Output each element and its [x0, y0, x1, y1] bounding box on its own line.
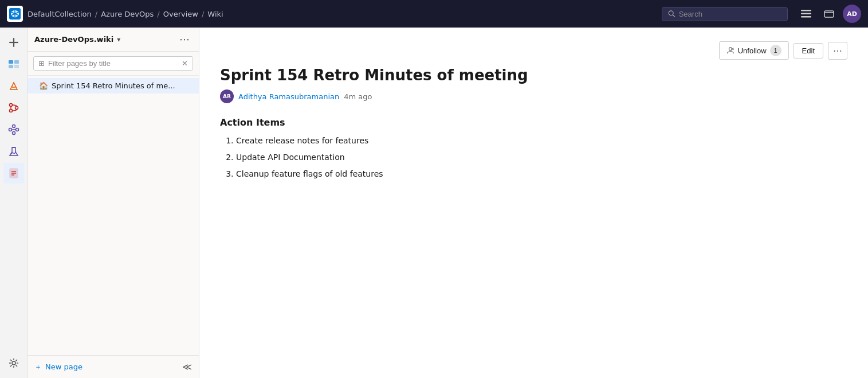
svg-line-2	[673, 15, 675, 17]
unfollow-label: Unfollow	[738, 46, 767, 55]
svg-rect-12	[14, 65, 19, 68]
search-box[interactable]	[662, 7, 788, 21]
svg-point-14	[9, 104, 12, 107]
svg-rect-10	[14, 60, 19, 64]
topbar-icons: AD	[797, 5, 861, 23]
add-page-icon: ＋	[34, 362, 42, 372]
wiki-title-chevron-icon[interactable]: ▾	[117, 36, 120, 44]
svg-point-15	[9, 110, 12, 112]
page-time: 4m ago	[344, 92, 372, 101]
wiki-tree-item[interactable]: 🏠 Sprint 154 Retro Minutes of me...	[28, 78, 199, 93]
svg-point-19	[12, 125, 15, 128]
breadcrumb-defaultcollection[interactable]: DefaultCollection	[28, 10, 92, 18]
wiki-more-icon[interactable]: ⋯	[177, 33, 192, 45]
svg-rect-9	[9, 60, 13, 64]
wiki-title: Azure-DevOps.wiki	[34, 35, 113, 44]
svg-rect-5	[801, 16, 811, 18]
svg-point-18	[9, 128, 11, 131]
edit-button[interactable]: Edit	[794, 43, 823, 59]
svg-point-20	[15, 128, 18, 131]
svg-rect-3	[801, 10, 811, 11]
repos-nav-icon[interactable]	[3, 98, 24, 118]
new-page-label: New page	[45, 363, 83, 371]
wiki-title-row: Azure-DevOps.wiki ▾	[34, 35, 120, 44]
search-input[interactable]	[679, 10, 781, 18]
user-avatar[interactable]: AD	[843, 5, 861, 23]
filter-icon: ⊞	[38, 59, 45, 68]
section-title: Action Items	[220, 117, 847, 128]
wiki-sidebar: Azure-DevOps.wiki ▾ ⋯ ⊞ ✕ 🏠 Sprint 154 R…	[28, 28, 199, 378]
svg-point-28	[12, 361, 15, 365]
icon-sidebar-top	[3, 32, 24, 353]
svg-rect-11	[9, 65, 13, 68]
icon-sidebar-bottom	[3, 353, 24, 378]
svg-point-21	[12, 132, 15, 135]
page-title: Sprint 154 Retro Minutes of meeting	[220, 67, 847, 84]
action-item-3: Cleanup feature flags of old features	[236, 168, 847, 180]
action-item-2: Update API Documentation	[236, 151, 847, 163]
view-toggle-icon[interactable]	[797, 5, 815, 23]
content-toolbar: Unfollow 1 Edit ⋯	[220, 41, 847, 60]
wiki-page-label: Sprint 154 Retro Minutes of me...	[52, 81, 175, 90]
wiki-sidebar-footer: ＋ New page ≪	[28, 355, 199, 378]
svg-rect-4	[801, 13, 811, 15]
breadcrumb-overview[interactable]: Overview	[163, 10, 198, 18]
breadcrumb: DefaultCollection / Azure DevOps / Overv…	[28, 10, 657, 18]
svg-point-16	[15, 107, 18, 110]
wiki-filter-row: ⊞ ✕	[28, 52, 199, 76]
wiki-filter-box[interactable]: ⊞ ✕	[33, 56, 193, 71]
collapse-sidebar-button[interactable]: ≪	[182, 361, 192, 372]
test-nav-icon[interactable]	[3, 141, 24, 162]
wiki-nav-icon[interactable]	[3, 163, 24, 184]
topbar: DefaultCollection / Azure DevOps / Overv…	[0, 0, 868, 28]
filter-pages-input[interactable]	[48, 59, 178, 68]
svg-rect-6	[824, 11, 834, 17]
main-layout: Azure-DevOps.wiki ▾ ⋯ ⊞ ✕ 🏠 Sprint 154 R…	[0, 28, 868, 378]
author-name[interactable]: Adithya Ramasubramanian	[238, 92, 339, 101]
content-area: Unfollow 1 Edit ⋯ Sprint 154 Retro Minut…	[199, 28, 868, 378]
svg-point-1	[669, 11, 673, 15]
follow-count-badge: 1	[770, 45, 781, 56]
more-options-button[interactable]: ⋯	[828, 42, 847, 60]
icon-sidebar	[0, 28, 28, 378]
wiki-sidebar-header: Azure-DevOps.wiki ▾ ⋯	[28, 28, 199, 52]
breadcrumb-wiki[interactable]: Wiki	[207, 10, 223, 18]
author-avatar: AR	[220, 89, 234, 103]
app-logo[interactable]	[7, 6, 23, 22]
wiki-tree: 🏠 Sprint 154 Retro Minutes of me...	[28, 76, 199, 355]
filter-clear-icon[interactable]: ✕	[182, 59, 188, 68]
action-list: Create release notes for features Update…	[220, 135, 847, 180]
sprints-nav-icon[interactable]	[3, 76, 24, 96]
pipelines-nav-icon[interactable]	[3, 119, 24, 140]
settings-nav-icon[interactable]	[3, 353, 24, 373]
home-icon: 🏠	[39, 81, 48, 90]
unfollow-button[interactable]: Unfollow 1	[719, 41, 789, 60]
boards-nav-icon[interactable]	[3, 54, 24, 75]
action-item-1: Create release notes for features	[236, 135, 847, 147]
notifications-icon[interactable]	[820, 5, 838, 23]
add-nav-icon[interactable]	[3, 32, 24, 53]
new-page-button[interactable]: ＋ New page	[34, 362, 83, 372]
page-meta: AR Adithya Ramasubramanian 4m ago	[220, 89, 847, 103]
search-icon	[668, 10, 675, 18]
unfollow-icon	[726, 46, 735, 54]
breadcrumb-azuredevops[interactable]: Azure DevOps	[101, 10, 154, 18]
